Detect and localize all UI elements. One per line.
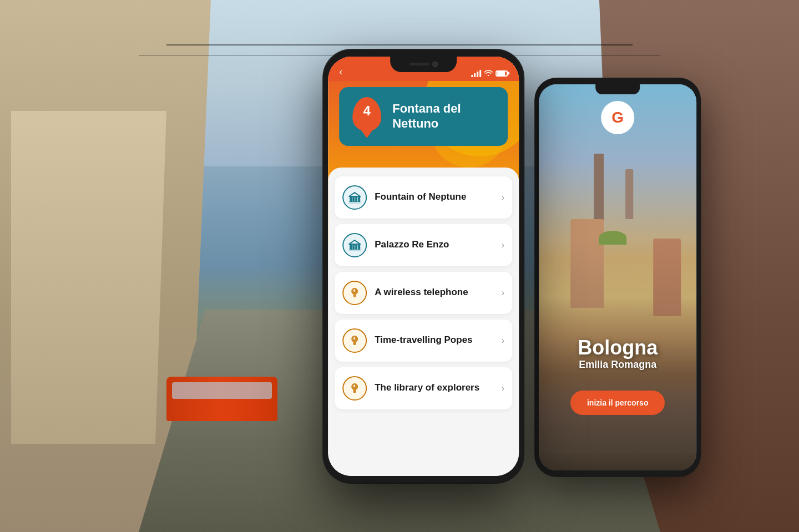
chevron-right-icon: ›	[502, 336, 504, 346]
svg-rect-12	[353, 343, 356, 344]
svg-rect-4	[358, 196, 360, 201]
chevron-right-icon: ›	[502, 383, 504, 393]
svg-rect-9	[358, 244, 360, 249]
phone-main-screen: ‹	[328, 57, 519, 476]
item-label: The library of explorers	[375, 382, 494, 394]
phone-back-notch	[595, 84, 640, 94]
phone-back-city-region: Emilia Romagna	[539, 359, 696, 371]
item-label: A wireless telephone	[375, 286, 494, 298]
chevron-right-icon: ›	[502, 288, 504, 298]
item-label: Fountain of Neptune	[375, 191, 494, 203]
list-item[interactable]: Fountain of Neptune ›	[335, 176, 512, 219]
battery-fill	[497, 72, 505, 75]
svg-rect-15	[353, 392, 356, 393]
phones-container: G Bologna Emilia Romagna inizia il perco…	[323, 50, 523, 483]
svg-rect-1	[350, 196, 351, 201]
phone-back-city-text: Bologna Emilia Romagna	[539, 337, 696, 371]
building-left-detail	[11, 111, 178, 444]
phone-back-image: G Bologna Emilia Romagna inizia il perco…	[539, 84, 696, 470]
museum-icon-1	[342, 185, 367, 210]
list-item[interactable]: A wireless telephone ›	[335, 272, 512, 314]
svg-rect-8	[356, 244, 357, 249]
back-arrow-icon[interactable]: ‹	[339, 66, 342, 78]
lightbulb-icon-1	[342, 281, 367, 305]
phone-back-logo: G	[601, 101, 634, 134]
svg-rect-11	[353, 296, 356, 297]
phone-back-start-button[interactable]: inizia il percorso	[570, 391, 665, 415]
camera	[432, 62, 438, 67]
museum-icon-2	[342, 233, 367, 257]
wifi-icon	[484, 69, 493, 78]
phone-back-city-name: Bologna	[539, 337, 696, 359]
signal-bars-icon	[471, 69, 481, 77]
content-area: Fountain of Neptune ›	[328, 168, 519, 476]
pin-shape: 4	[352, 97, 381, 131]
svg-rect-13	[353, 344, 356, 345]
svg-rect-3	[356, 196, 357, 201]
chevron-right-icon: ›	[502, 192, 504, 202]
tram	[166, 377, 277, 421]
location-text: Fontana del Nettuno	[392, 102, 461, 131]
speaker	[409, 63, 429, 65]
lightbulb-icon-2	[342, 328, 367, 353]
overhead-wire	[166, 44, 633, 45]
list-item[interactable]: Palazzo Re Enzo ›	[335, 224, 512, 266]
item-label: Palazzo Re Enzo	[375, 239, 494, 251]
phone-notch	[390, 57, 457, 72]
location-card: 4 Fontana del Nettuno	[339, 87, 508, 146]
battery-icon	[495, 70, 508, 77]
list-item[interactable]: The library of explorers ›	[335, 367, 512, 409]
pin-number: 4	[363, 104, 371, 120]
svg-rect-14	[353, 391, 356, 392]
item-label: Time-travelling Popes	[375, 334, 494, 346]
svg-rect-10	[353, 296, 356, 297]
location-name: Fontana del Nettuno	[392, 102, 461, 131]
location-number-badge: 4	[350, 97, 383, 136]
phone-back-screen: G Bologna Emilia Romagna inizia il perco…	[539, 84, 696, 470]
list-item[interactable]: Time-travelling Popes ›	[335, 320, 512, 362]
svg-rect-2	[353, 196, 354, 201]
svg-rect-7	[353, 244, 354, 249]
phone-back: G Bologna Emilia Romagna inizia il perco…	[534, 78, 701, 477]
chevron-right-icon: ›	[502, 240, 504, 250]
lightbulb-icon-3	[342, 376, 367, 401]
phone-main: ‹	[323, 50, 523, 483]
status-bar-right	[471, 69, 508, 78]
svg-rect-6	[350, 244, 351, 249]
